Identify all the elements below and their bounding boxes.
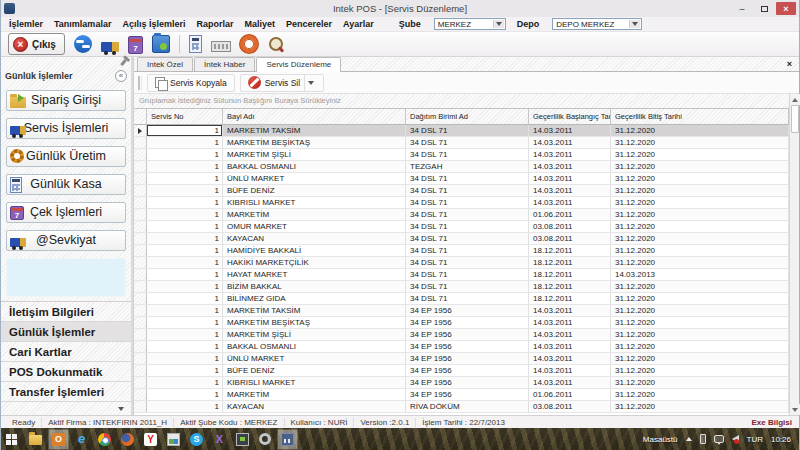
collapse-icon[interactable]: « xyxy=(115,70,127,82)
chrome-icon[interactable] xyxy=(98,433,111,446)
desktop-label[interactable]: Masaüstü xyxy=(643,435,678,444)
truck-icon[interactable] xyxy=(101,42,119,52)
cell-baslangic-tarihi[interactable]: 14.03.2011 xyxy=(529,173,611,184)
cell-bitis-tarihi[interactable]: 31.12.2020 xyxy=(611,305,789,316)
cell-dagitim-birimi[interactable]: 34 EP 1956 xyxy=(406,341,529,352)
cell-servis-no[interactable]: 1 xyxy=(147,353,223,364)
table-row[interactable]: 1 MARKETİM ŞİŞLİ 34 DSL 71 14.03.2011 31… xyxy=(134,149,789,161)
sidebar-button[interactable]: Günlük Üretim xyxy=(6,146,126,167)
start-icon[interactable] xyxy=(6,433,19,446)
cell-bayi-adi[interactable]: OMUR MARKET xyxy=(223,221,406,232)
cell-servis-no[interactable]: 1 xyxy=(147,161,223,172)
servis-kopyala-button[interactable]: Servis Kopyala xyxy=(147,74,235,92)
cell-dagitim-birimi[interactable]: 34 DSL 71 xyxy=(406,149,529,160)
cell-dagitim-birimi[interactable]: 34 EP 1956 xyxy=(406,317,529,328)
cell-servis-no[interactable]: 1 xyxy=(147,185,223,196)
cell-baslangic-tarihi[interactable]: 18.12.2011 xyxy=(529,293,611,304)
cell-baslangic-tarihi[interactable]: 14.03.2011 xyxy=(529,329,611,340)
cell-bitis-tarihi[interactable]: 31.12.2020 xyxy=(611,401,789,412)
calculator-icon[interactable] xyxy=(189,35,202,53)
cell-bayi-adi[interactable]: MARKETİM xyxy=(223,209,406,220)
cell-bayi-adi[interactable]: KIBRISLI MARKET xyxy=(223,377,406,388)
cell-dagitim-birimi[interactable]: RİVA DÖKÜM xyxy=(406,401,529,412)
cell-servis-no[interactable]: 1 xyxy=(147,401,223,412)
vertical-scrollbar[interactable] xyxy=(789,94,799,415)
skype-icon[interactable] xyxy=(190,433,203,446)
cell-bitis-tarihi[interactable]: 31.12.2020 xyxy=(611,365,789,376)
menu-item[interactable]: Pencereler xyxy=(286,19,332,29)
cell-dagitim-birimi[interactable]: 34 DSL 71 xyxy=(406,173,529,184)
cell-bayi-adi[interactable]: KIBRISLI MARKET xyxy=(223,197,406,208)
cell-bayi-adi[interactable]: BİZİM BAKKAL xyxy=(223,281,406,292)
cell-servis-no[interactable]: 1 xyxy=(147,269,223,280)
table-row[interactable]: 1 BİLİNMEZ GIDA 34 DSL 71 18.12.2011 31.… xyxy=(134,293,789,305)
cell-servis-no[interactable]: 1 xyxy=(147,389,223,400)
chevron-down-icon[interactable] xyxy=(629,20,640,28)
tool-x-icon[interactable] xyxy=(213,433,226,446)
intek-app-icon[interactable] xyxy=(281,433,294,446)
column-header-baslangic[interactable]: Geçerlilik Başlangıç Tarihi xyxy=(529,109,611,124)
cell-bitis-tarihi[interactable]: 31.12.2020 xyxy=(611,197,789,208)
cell-dagitim-birimi[interactable]: 34 EP 1956 xyxy=(406,365,529,376)
tray-gear-icon[interactable] xyxy=(259,433,271,445)
table-row[interactable]: 1 OMUR MARKET 34 DSL 71 03.08.2011 31.12… xyxy=(134,221,789,233)
table-row[interactable]: 1 KAYACAN RİVA DÖKÜM 03.08.2011 31.12.20… xyxy=(134,401,789,413)
cell-baslangic-tarihi[interactable]: 14.03.2011 xyxy=(529,185,611,196)
show-hidden-icons-icon[interactable] xyxy=(686,437,692,441)
cell-bayi-adi[interactable]: MARKETİM ŞİŞLİ xyxy=(223,149,406,160)
cell-dagitim-birimi[interactable]: 34 DSL 71 xyxy=(406,293,529,304)
cell-dagitim-birimi[interactable]: 34 EP 1956 xyxy=(406,353,529,364)
cell-baslangic-tarihi[interactable]: 01.06.2011 xyxy=(529,209,611,220)
cell-baslangic-tarihi[interactable]: 14.03.2011 xyxy=(529,161,611,172)
volume-muted-icon[interactable] xyxy=(732,435,739,443)
servis-sil-button[interactable]: Servis Sil xyxy=(240,74,324,92)
scrollbar-thumb[interactable] xyxy=(791,105,799,133)
outlook-icon[interactable] xyxy=(52,433,65,446)
menu-item[interactable]: Ayarlar xyxy=(343,19,374,29)
cell-dagitim-birimi[interactable]: 34 DSL 71 xyxy=(406,257,529,268)
cell-baslangic-tarihi[interactable]: 03.08.2011 xyxy=(529,401,611,412)
table-row[interactable]: 1 HAMİDİYE BAKKALİ 34 DSL 71 18.12.2011 … xyxy=(134,245,789,257)
cell-baslangic-tarihi[interactable]: 18.12.2011 xyxy=(529,281,611,292)
table-row[interactable]: 1 MARKETİM TAKSİM 34 DSL 71 14.03.2011 3… xyxy=(134,125,789,137)
cell-dagitim-birimi[interactable]: 34 DSL 71 xyxy=(406,197,529,208)
table-row[interactable]: 1 MARKETİM 34 EP 1956 01.06.2011 31.12.2… xyxy=(134,389,789,401)
table-row[interactable]: 1 KAYACAN 34 DSL 71 03.08.2011 31.12.202… xyxy=(134,233,789,245)
table-row[interactable]: 1 KIBRISLI MARKET 34 DSL 71 14.03.2011 3… xyxy=(134,197,789,209)
menu-item[interactable]: Tanımlamalar xyxy=(54,19,111,29)
column-header-dagitim-birimi[interactable]: Dağıtım Birimi Ad xyxy=(406,109,529,124)
notifications-icon[interactable] xyxy=(714,435,724,443)
toolbar-grip[interactable] xyxy=(138,76,142,90)
minimize-button[interactable]: – xyxy=(732,2,752,15)
sube-combobox[interactable]: MERKEZ xyxy=(434,18,506,30)
cell-baslangic-tarihi[interactable]: 18.12.2011 xyxy=(529,269,611,280)
folderapp-icon[interactable] xyxy=(152,35,170,53)
cell-servis-no[interactable]: 1 xyxy=(147,209,223,220)
tab[interactable]: Intek Özel xyxy=(137,57,193,71)
tab[interactable]: Servis Düzenleme xyxy=(256,57,341,72)
cell-bitis-tarihi[interactable]: 31.12.2020 xyxy=(611,341,789,352)
column-header-bayi-adi[interactable]: Bayi Adı xyxy=(223,109,406,124)
table-row[interactable]: 1 HAKİKİ MARKETÇİLİK 34 DSL 71 18.12.201… xyxy=(134,257,789,269)
cell-bayi-adi[interactable]: MARKETİM BEŞİKTAŞ xyxy=(223,317,406,328)
teamviewer-icon[interactable] xyxy=(74,35,92,53)
cell-bitis-tarihi[interactable]: 31.12.2020 xyxy=(611,137,789,148)
table-row[interactable]: 1 MARKETİM 34 DSL 71 01.06.2011 31.12.20… xyxy=(134,209,789,221)
table-row[interactable]: 1 MARKETİM ŞİŞLİ 34 EP 1956 14.03.2011 3… xyxy=(134,329,789,341)
cell-bitis-tarihi[interactable]: 31.12.2020 xyxy=(611,317,789,328)
table-row[interactable]: 1 BİZİM BAKKAL 34 DSL 71 18.12.2011 31.1… xyxy=(134,281,789,293)
search-icon[interactable] xyxy=(267,35,285,53)
nav-overflow-icon[interactable] xyxy=(118,407,124,411)
cell-baslangic-tarihi[interactable]: 14.03.2011 xyxy=(529,305,611,316)
clock[interactable]: 10:26 xyxy=(771,435,791,444)
keyboard-icon[interactable] xyxy=(211,41,231,52)
cell-bayi-adi[interactable]: MARKETİM ŞİŞLİ xyxy=(223,329,406,340)
table-row[interactable]: 1 MARKETİM BEŞİKTAŞ 34 DSL 71 14.03.2011… xyxy=(134,137,789,149)
cell-servis-no[interactable]: 1 xyxy=(147,173,223,184)
cell-bayi-adi[interactable]: BİLİNMEZ GIDA xyxy=(223,293,406,304)
cell-bitis-tarihi[interactable]: 31.12.2020 xyxy=(611,281,789,292)
yandex-icon[interactable] xyxy=(144,433,157,446)
menu-item[interactable]: Maliyet xyxy=(244,19,275,29)
cell-bitis-tarihi[interactable]: 31.12.2020 xyxy=(611,233,789,244)
cell-servis-no[interactable]: 1 xyxy=(147,377,223,388)
